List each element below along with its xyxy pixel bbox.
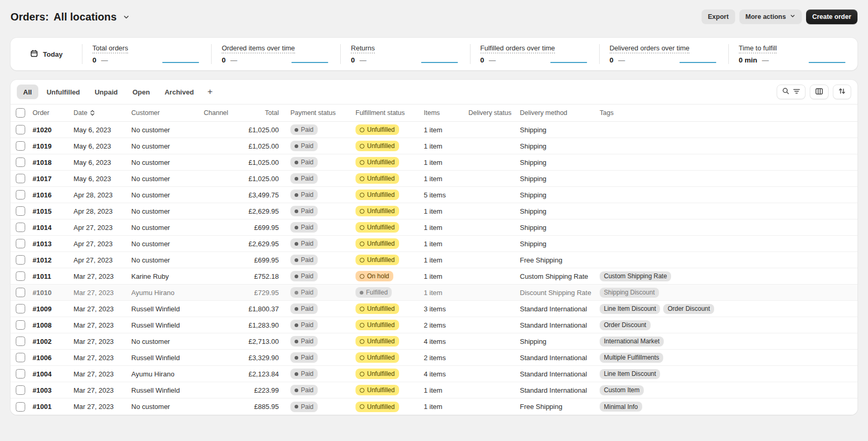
- row-checkbox[interactable]: [16, 190, 25, 200]
- row-checkbox[interactable]: [16, 288, 25, 297]
- row-select-cell: [15, 369, 33, 379]
- order-number: #1003: [33, 386, 74, 394]
- tab-open[interactable]: Open: [126, 85, 156, 99]
- table-row[interactable]: #1004Mar 27, 2023Ayumu Hirano£2,123.84Pa…: [11, 366, 857, 382]
- export-button[interactable]: Export: [702, 9, 735, 24]
- row-checkbox[interactable]: [16, 369, 25, 379]
- customer-name: Karine Ruby: [131, 272, 204, 280]
- order-number: #1002: [33, 338, 74, 345]
- tab-archived[interactable]: Archived: [158, 85, 200, 99]
- items-count: 2 items: [424, 321, 468, 329]
- row-checkbox[interactable]: [16, 141, 25, 151]
- customer-name: Russell Winfield: [131, 386, 204, 394]
- items-count: 1 item: [424, 207, 468, 215]
- row-select-cell: [15, 125, 33, 134]
- filled-dot-icon: [295, 144, 298, 148]
- table-row[interactable]: #1011Mar 27, 2023Karine Ruby£752.18PaidO…: [11, 268, 857, 285]
- row-select-cell: [15, 271, 33, 281]
- location-selector[interactable]: Orders: All locations: [11, 11, 130, 23]
- payment-status-badge: Paid: [290, 190, 318, 200]
- metric-fulfilled-orders-over-time[interactable]: Fulfilled orders over time0—: [470, 38, 599, 70]
- row-checkbox[interactable]: [16, 239, 25, 248]
- table-row[interactable]: #1008Mar 27, 2023Russell Winfield£1,283.…: [11, 317, 857, 333]
- table-row[interactable]: #1002Mar 27, 2023No customer£2,713.00Pai…: [11, 333, 857, 350]
- select-all-checkbox[interactable]: [16, 108, 25, 118]
- table-row[interactable]: #1016Apr 28, 2023No customer£3,499.75Pai…: [11, 187, 857, 203]
- tab-all[interactable]: All: [17, 85, 38, 99]
- page-title-location: All locations: [54, 11, 117, 23]
- table-row[interactable]: #1017May 6, 2023No customer£1,025.00Paid…: [11, 171, 857, 187]
- delivery-method: Shipping: [520, 191, 600, 199]
- row-checkbox[interactable]: [16, 174, 25, 183]
- open-circle-icon: [360, 323, 364, 328]
- metric-delivered-orders-over-time[interactable]: Delivered orders over time0—: [599, 38, 728, 70]
- badge-label: Unfulfilled: [367, 305, 395, 312]
- order-date: May 6, 2023: [74, 126, 131, 134]
- tab-unfulfilled[interactable]: Unfulfilled: [40, 85, 87, 99]
- badge-label: Unfulfilled: [367, 191, 395, 198]
- add-view-button[interactable]: +: [202, 85, 218, 99]
- date-range-button[interactable]: Today: [11, 38, 82, 70]
- order-total: £1,025.00: [243, 126, 290, 134]
- order-date: Mar 27, 2023: [74, 354, 131, 362]
- row-checkbox[interactable]: [16, 271, 25, 281]
- metric-total-orders[interactable]: Total orders0—: [82, 38, 211, 70]
- sort-button[interactable]: [833, 85, 851, 99]
- table-row[interactable]: #1012Apr 27, 2023No customer£699.95PaidU…: [11, 252, 857, 268]
- table-row[interactable]: #1020May 6, 2023No customer£1,025.00Paid…: [11, 122, 857, 138]
- metric-ordered-items-over-time[interactable]: Ordered items over time0—: [211, 38, 340, 70]
- table-row[interactable]: #1014Apr 27, 2023No customer£699.95PaidU…: [11, 219, 857, 236]
- badge-label: Paid: [301, 207, 313, 215]
- table-row[interactable]: #1001Mar 27, 2023No customer£885.95PaidU…: [11, 398, 857, 415]
- filled-dot-icon: [295, 405, 298, 408]
- row-checkbox[interactable]: [16, 255, 25, 265]
- badge-label: Paid: [301, 338, 313, 345]
- open-circle-icon: [360, 242, 364, 246]
- row-checkbox[interactable]: [16, 337, 25, 346]
- order-date: Mar 27, 2023: [74, 272, 131, 280]
- delivery-method: Shipping: [520, 224, 600, 232]
- row-checkbox[interactable]: [16, 402, 25, 412]
- order-number: #1018: [33, 159, 74, 166]
- row-checkbox[interactable]: [16, 206, 25, 216]
- row-checkbox[interactable]: [16, 223, 25, 232]
- badge-label: Paid: [301, 224, 313, 231]
- table-row[interactable]: #1003Mar 27, 2023Russell Winfield£223.99…: [11, 382, 857, 398]
- fulfillment-status-badge: Unfulfilled: [355, 173, 399, 184]
- metric-value: 0: [351, 56, 355, 64]
- table-row[interactable]: #1010Mar 27, 2023Ayumu Hirano£729.95Paid…: [11, 285, 857, 301]
- fulfillment-status-cell: Unfulfilled: [355, 190, 424, 200]
- row-checkbox[interactable]: [16, 125, 25, 134]
- table-row[interactable]: #1019May 6, 2023No customer£1,025.00Paid…: [11, 138, 857, 154]
- search-and-filter-button[interactable]: [777, 85, 806, 99]
- column-header-date[interactable]: Date: [74, 109, 131, 117]
- create-order-button[interactable]: Create order: [806, 9, 857, 24]
- tab-unpaid[interactable]: Unpaid: [88, 85, 124, 99]
- more-actions-button[interactable]: More actions: [739, 9, 802, 24]
- table-row[interactable]: #1009Mar 27, 2023Russell Winfield£1,800.…: [11, 301, 857, 317]
- metric-value-row: 0—: [610, 56, 718, 64]
- columns-button[interactable]: [810, 85, 829, 99]
- metric-returns[interactable]: Returns0—: [340, 38, 469, 70]
- filled-dot-icon: [360, 291, 363, 295]
- fulfillment-status-badge: Unfulfilled: [355, 157, 399, 167]
- column-label: Total: [265, 109, 279, 117]
- table-row[interactable]: #1006Mar 27, 2023Russell Winfield£3,329.…: [11, 350, 857, 366]
- table-row[interactable]: #1015Apr 28, 2023No customer£2,629.95Pai…: [11, 203, 857, 219]
- column-label: Date: [74, 109, 87, 117]
- order-date: May 6, 2023: [74, 159, 131, 166]
- row-checkbox[interactable]: [16, 158, 25, 167]
- metric-time-to-fulfill[interactable]: Time to fulfill0 min—: [728, 38, 857, 70]
- table-row[interactable]: #1013Apr 27, 2023No customer£2,629.95Pai…: [11, 236, 857, 252]
- fulfillment-status-badge: On hold: [355, 271, 393, 281]
- row-checkbox[interactable]: [16, 353, 25, 362]
- delivery-method: Shipping: [520, 207, 600, 215]
- row-checkbox[interactable]: [16, 385, 25, 395]
- badge-label: Unfulfilled: [367, 321, 395, 329]
- row-checkbox[interactable]: [16, 304, 25, 313]
- row-select-cell: [15, 304, 33, 313]
- row-checkbox[interactable]: [16, 320, 25, 330]
- row-select-cell: [15, 255, 33, 265]
- sparkline-chart: [550, 57, 588, 64]
- table-row[interactable]: #1018May 6, 2023No customer£1,025.00Paid…: [11, 154, 857, 171]
